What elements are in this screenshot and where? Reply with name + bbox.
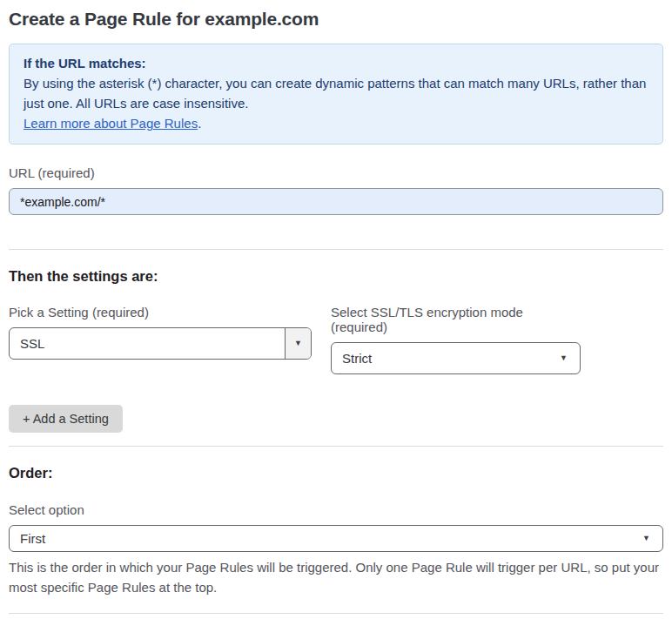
caret-down-icon: ▼ [642,535,650,542]
info-box-body: By using the asterisk (*) character, you… [24,73,648,113]
page-title: Create a Page Rule for example.com [9,9,663,30]
ssl-mode-select[interactable]: Strict ▼ [331,342,581,374]
url-field-group: URL (required) [9,165,663,215]
learn-more-link[interactable]: Learn more about Page Rules [24,116,198,131]
order-select-label: Select option [9,502,663,517]
settings-pickers-row: Pick a Setting (required) SSL ▼ Select S… [9,305,663,374]
section-divider [9,249,663,250]
ssl-mode-picker-label: Select SSL/TLS encryption mode (required… [331,305,581,334]
add-setting-button[interactable]: + Add a Setting [9,405,123,433]
setting-picker-label: Pick a Setting (required) [9,305,312,320]
create-page-rule-form: Create a Page Rule for example.com If th… [0,0,672,619]
url-input[interactable] [9,188,663,215]
section-divider [9,446,663,447]
caret-glyph: ▼ [294,340,302,347]
setting-select[interactable]: SSL ▼ [9,327,312,360]
info-box-heading: If the URL matches: [24,53,648,73]
ssl-mode-select-value: Strict [342,351,372,366]
url-match-info-box: If the URL matches: By using the asteris… [9,44,663,145]
settings-section-heading: Then the settings are: [9,268,663,285]
footer-divider [9,613,663,614]
link-suffix-period: . [198,116,201,131]
order-help-text: This is the order in which your Page Rul… [9,557,663,597]
info-box-link-line: Learn more about Page Rules. [24,113,648,133]
url-field-label: URL (required) [9,165,663,180]
order-select-value: First [20,531,45,546]
order-select[interactable]: First ▼ [9,525,663,552]
setting-select-value: SSL [20,336,44,351]
setting-picker-group: Pick a Setting (required) SSL ▼ [9,305,312,374]
order-section-heading: Order: [9,465,663,481]
caret-down-icon: ▼ [560,354,568,362]
caret-down-icon[interactable]: ▼ [285,328,311,359]
ssl-mode-picker-group: Select SSL/TLS encryption mode (required… [331,305,581,374]
